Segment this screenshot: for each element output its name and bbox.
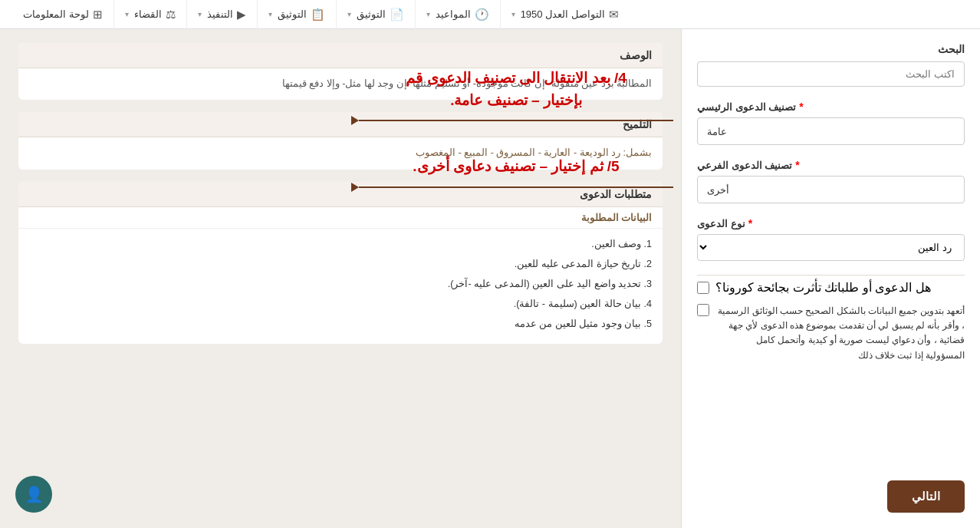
main-content: البحث * تصنيف الدعوى الرئيسي عامة * تصني… <box>0 29 980 528</box>
commitment-checkbox[interactable] <box>697 304 709 316</box>
sub-classification-section: * تصنيف الدعوى الفرعي أخرى <box>697 159 965 203</box>
req-item-2: 2. تاريخ حيازة المدعى عليه للعين. <box>29 256 652 272</box>
authentication-icon: 📋 <box>311 8 325 21</box>
top-navigation: ✉ التواصل العدل 1950 ▾ 🕐 المواعيد ▾ 📄 ال… <box>0 0 980 29</box>
nav-item-execution[interactable]: ▶ التنفيذ ▾ <box>186 0 257 29</box>
nav-label-authentication: التوثيق <box>278 8 307 20</box>
case-type-select[interactable]: رد العين <box>697 234 965 261</box>
search-input[interactable] <box>697 61 965 87</box>
main-classification-value[interactable]: عامة <box>697 117 965 145</box>
nav-label-judiciary: القضاء <box>134 8 162 20</box>
required-star-type: * <box>748 217 752 229</box>
req-item-4: 4. بيان حالة العين (سليمة - تالفة). <box>29 296 652 312</box>
chevron-down-icon3: ▾ <box>347 10 351 18</box>
search-label: البحث <box>697 43 965 55</box>
commitment-section: أتعهد بتدوين جميع البيانات بالشكل الصحيح… <box>697 304 965 363</box>
nav-item-licenses[interactable]: 📄 التوثيق ▾ <box>336 0 415 29</box>
sub-classification-label: * تصنيف الدعوى الفرعي <box>697 159 965 171</box>
dashboard-icon: ⊞ <box>93 8 103 21</box>
judiciary-icon: ⚖ <box>166 8 176 21</box>
chevron-down-icon5: ▾ <box>198 10 202 18</box>
hint-section: التلميح بشمل: رد الوديعة - العارية - الم… <box>18 112 663 169</box>
search-section: البحث <box>697 43 965 87</box>
required-star-sub: * <box>795 159 799 171</box>
execution-icon: ▶ <box>237 8 246 21</box>
description-section: الوصف المطالبة برد عين منقولة -إن كانت م… <box>18 43 663 100</box>
requirements-body: 1. وصف العين. 2. تاريخ حيازة المدعى عليه… <box>18 229 663 344</box>
case-type-section: * نوع الدعوى رد العين <box>697 217 965 261</box>
divider <box>697 275 965 276</box>
corona-checkbox[interactable] <box>697 282 709 294</box>
left-panel: الوصف المطالبة برد عين منقولة -إن كانت م… <box>0 29 681 528</box>
sub-classification-value[interactable]: أخرى <box>697 176 965 203</box>
main-classification-label: * تصنيف الدعوى الرئيسي <box>697 101 965 113</box>
nav-item-dashboard[interactable]: ⊞ لوحة المعلومات <box>12 0 113 29</box>
nav-label-appointments: المواعيد <box>436 8 471 20</box>
req-item-3: 3. تحديد واضع اليد على العين (المدعى علي… <box>29 276 652 292</box>
appointments-icon: 🕐 <box>475 8 489 21</box>
corona-checkbox-section: هل الدعوى أو طلباتك تأثرت بجائحة كورونا؟ <box>697 280 965 295</box>
nav-label-dashboard: لوحة المعلومات <box>23 8 89 20</box>
hint-body: بشمل: رد الوديعة - العارية - المسروق - ا… <box>18 137 663 169</box>
req-item-1: 1. وصف العين. <box>29 236 652 252</box>
main-classification-section: * تصنيف الدعوى الرئيسي عامة <box>697 101 965 145</box>
nav-label-licenses: التوثيق <box>357 8 386 20</box>
nav-item-authentication[interactable]: 📋 التوثيق ▾ <box>257 0 336 29</box>
requirements-header: متطلبات الدعوى <box>18 182 663 207</box>
corona-label: هل الدعوى أو طلباتك تأثرت بجائحة كورونا؟ <box>715 280 931 295</box>
nav-item-judiciary[interactable]: ⚖ القضاء ▾ <box>113 0 186 29</box>
case-type-label: * نوع الدعوى <box>697 217 965 229</box>
nav-item-communication[interactable]: ✉ التواصل العدل 1950 ▾ <box>500 0 630 29</box>
nav-label-communication: التواصل العدل 1950 <box>521 8 605 20</box>
requirements-sub-header: البيانات المطلوبة <box>18 207 663 229</box>
description-header: الوصف <box>18 43 663 68</box>
communication-icon: ✉ <box>609 8 619 21</box>
description-body: المطالبة برد عين منقولة -إن كانت موجودة-… <box>18 68 663 100</box>
required-star-main: * <box>799 101 803 113</box>
commitment-text: أتعهد بتدوين جميع البيانات بالشكل الصحيح… <box>715 304 965 363</box>
chevron-down-icon6: ▾ <box>125 10 129 18</box>
chevron-down-icon: ▾ <box>511 10 515 18</box>
chevron-down-icon2: ▾ <box>426 10 430 18</box>
licenses-icon: 📄 <box>390 8 404 21</box>
help-icon: 👤 <box>25 485 44 503</box>
nav-item-appointments[interactable]: 🕐 المواعيد ▾ <box>415 0 500 29</box>
next-button[interactable]: التالي <box>887 480 965 513</box>
chevron-down-icon4: ▾ <box>268 10 272 18</box>
hint-header: التلميح <box>18 112 663 137</box>
req-item-5: 5. بيان وجود مثيل للعين من عدمه <box>29 316 652 332</box>
requirements-section: متطلبات الدعوى البيانات المطلوبة 1. وصف … <box>18 182 663 344</box>
help-button[interactable]: 👤 <box>15 476 52 513</box>
nav-label-execution: التنفيذ <box>207 8 233 20</box>
right-panel: البحث * تصنيف الدعوى الرئيسي عامة * تصني… <box>681 29 980 528</box>
